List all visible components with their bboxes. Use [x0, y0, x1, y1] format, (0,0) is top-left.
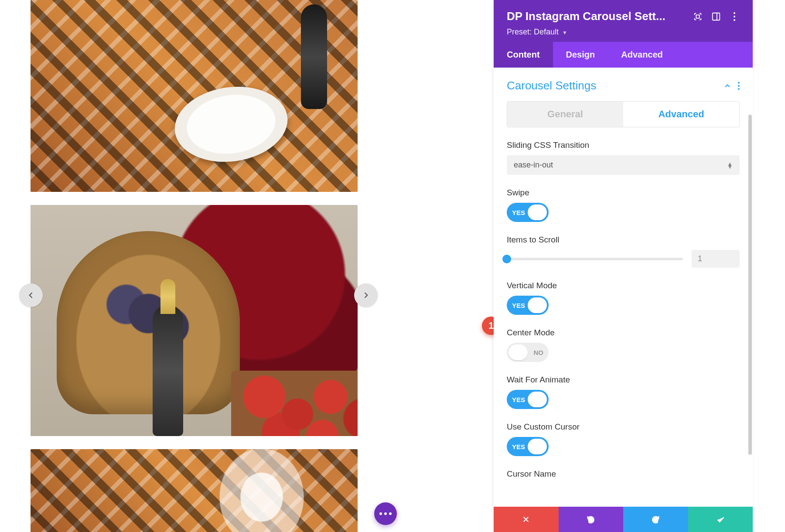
- carousel-next-button[interactable]: [354, 283, 378, 307]
- kebab-icon: [734, 12, 735, 21]
- field-items-to-scroll: Items to Scroll 1: [507, 235, 740, 268]
- transition-select[interactable]: ease-in-out ▲▼: [507, 155, 740, 175]
- subtab-advanced[interactable]: Advanced: [623, 102, 739, 127]
- more-fab-button[interactable]: [374, 502, 397, 525]
- carousel-slide: [31, 449, 358, 532]
- items-slider[interactable]: [507, 258, 683, 260]
- field-cursor-name: Cursor Name: [507, 469, 740, 479]
- field-wait-animate: Wait For Animate YES: [507, 375, 740, 409]
- section-subtabs: General Advanced: [507, 101, 740, 127]
- svg-rect-0: [696, 15, 699, 18]
- redo-icon: [651, 515, 660, 524]
- carousel: [31, 0, 358, 532]
- wait-toggle[interactable]: YES: [507, 390, 549, 409]
- layout-button[interactable]: [711, 11, 721, 22]
- undo-icon: [586, 515, 596, 524]
- panel-body: Carousel Settings General Advanced Slidi…: [494, 68, 753, 507]
- more-button[interactable]: [729, 11, 740, 22]
- preset-selector[interactable]: Preset: Default ▼: [507, 27, 740, 37]
- sort-icon: ▲▼: [727, 162, 733, 168]
- section-more-button[interactable]: [738, 82, 740, 90]
- field-vertical-mode: Vertical Mode YES: [507, 281, 740, 315]
- chevron-right-icon: [362, 291, 370, 300]
- slider-thumb[interactable]: [502, 255, 511, 263]
- kebab-icon: [738, 82, 740, 90]
- swipe-toggle[interactable]: YES: [507, 203, 549, 222]
- section-title: Carousel Settings: [507, 79, 717, 92]
- redo-button[interactable]: [623, 507, 688, 532]
- expand-button[interactable]: [693, 11, 703, 22]
- field-custom-cursor: Use Custom Cursor YES: [507, 422, 740, 456]
- preview-area: [0, 0, 494, 532]
- dots-icon: [379, 512, 382, 515]
- center-toggle[interactable]: NO: [507, 343, 549, 362]
- panel-title: DP Instagram Carousel Sett...: [507, 10, 685, 23]
- section-collapse-button[interactable]: [723, 82, 732, 90]
- chevron-up-icon: [723, 82, 732, 90]
- vertical-toggle[interactable]: YES: [507, 296, 549, 315]
- tab-advanced[interactable]: Advanced: [608, 42, 676, 68]
- scrollbar[interactable]: [748, 115, 752, 455]
- chevron-left-icon: [27, 291, 35, 300]
- items-value-input[interactable]: 1: [692, 250, 740, 268]
- carousel-slide: [31, 205, 358, 436]
- undo-button[interactable]: [559, 507, 624, 532]
- tab-content[interactable]: Content: [494, 42, 553, 68]
- subtab-general[interactable]: General: [507, 102, 623, 127]
- svg-rect-1: [713, 13, 720, 20]
- close-icon: [522, 515, 530, 523]
- slide-decor: [153, 305, 183, 436]
- field-swipe: Swipe YES: [507, 188, 740, 222]
- cursor-toggle[interactable]: YES: [507, 437, 549, 456]
- panel-footer: [494, 507, 753, 532]
- carousel-slide: [31, 0, 358, 192]
- carousel-prev-button[interactable]: [19, 283, 43, 307]
- caret-down-icon: ▼: [562, 30, 567, 36]
- panel-header: DP Instagram Carousel Sett...: [494, 0, 753, 42]
- close-button[interactable]: [494, 507, 559, 532]
- settings-panel: DP Instagram Carousel Sett...: [494, 0, 753, 532]
- check-icon: [716, 515, 725, 524]
- expand-icon: [693, 12, 703, 21]
- layout-icon: [711, 12, 721, 21]
- field-center-mode: Center Mode NO: [507, 328, 740, 362]
- save-button[interactable]: [688, 507, 753, 532]
- tab-design[interactable]: Design: [553, 42, 608, 68]
- field-sliding-transition: Sliding CSS Transition ease-in-out ▲▼: [507, 140, 740, 175]
- main-tabs: Content Design Advanced: [494, 42, 753, 68]
